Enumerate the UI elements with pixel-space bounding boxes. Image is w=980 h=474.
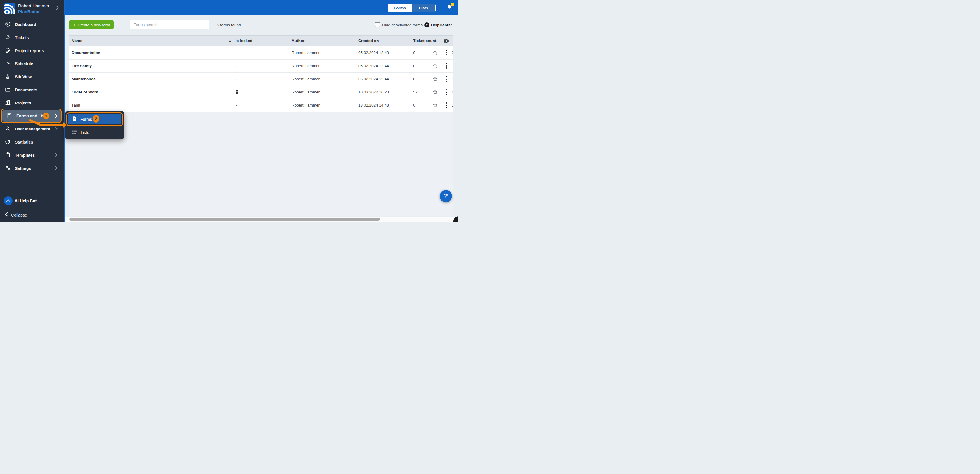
sidebar-item-project-reports[interactable]: Project reports: [0, 45, 64, 57]
chevron-right-icon[interactable]: [56, 5, 60, 12]
sidebar-item-documents[interactable]: Documents: [0, 84, 64, 96]
created-on-value: 05.02.2024 12:43: [358, 51, 389, 55]
collapse-button[interactable]: Collapse: [5, 212, 27, 218]
sidebar-item-label: Settings: [15, 166, 31, 171]
favorite-star-icon[interactable]: [432, 50, 438, 57]
column-header-ticket-count[interactable]: Ticket count: [413, 38, 440, 43]
chevron-right-icon: [54, 166, 58, 171]
chevron-left-icon: [5, 212, 8, 218]
sidebar-item-tickets[interactable]: Tickets: [0, 32, 64, 43]
form-name: Documentation: [72, 51, 100, 55]
floating-help-button[interactable]: ?: [440, 190, 452, 202]
forms-lists-toggle: Forms Lists: [388, 4, 436, 12]
annotation-step-badge-1: 1: [43, 113, 49, 119]
column-header-created-on[interactable]: Created on: [358, 38, 379, 43]
flyout-item-label: Lists: [81, 130, 89, 135]
sidebar-item-settings[interactable]: Settings: [0, 163, 64, 174]
dashboard-icon: [5, 21, 11, 28]
sidebar-item-projects[interactable]: Projects: [0, 97, 64, 109]
favorite-star-icon[interactable]: [432, 63, 438, 70]
annotation-arrow-shaft: [40, 124, 63, 126]
ticket-count-value: 0: [413, 103, 415, 108]
flyout-item-lists[interactable]: Lists: [65, 125, 124, 139]
sort-ascending-icon[interactable]: [229, 40, 231, 42]
sidebar-item-label: Dashboard: [15, 22, 36, 27]
row-menu-kebab-icon[interactable]: [445, 63, 447, 70]
chevron-right-icon: [54, 114, 58, 119]
sidebar-item-label: Templates: [15, 153, 35, 158]
column-header-is-locked[interactable]: is locked: [235, 38, 253, 43]
column-header-name[interactable]: Name: [72, 38, 83, 43]
collapse-label: Collapse: [11, 213, 27, 217]
favorite-star-icon[interactable]: [432, 76, 438, 83]
sidebar-item-dashboard[interactable]: Dashboard: [0, 19, 64, 30]
table-row[interactable]: Order of Work Robert Hammer 10.03.2022 1…: [69, 86, 453, 99]
ticket-count-value: 57: [413, 90, 418, 94]
sidebar-item-templates[interactable]: Templates: [0, 149, 64, 161]
author-value: Robert Hammer: [292, 51, 320, 55]
clipped-column-value: 4: [452, 90, 453, 94]
row-menu-kebab-icon[interactable]: [445, 50, 447, 57]
list-icon: [72, 130, 77, 135]
help-center-icon[interactable]: ?: [424, 22, 429, 27]
sidebar-item-label: SiteView: [15, 75, 32, 79]
sidebar-item-label: Tickets: [15, 35, 29, 40]
row-menu-kebab-icon[interactable]: [445, 76, 447, 83]
table-row[interactable]: Documentation - Robert Hammer 05.02.2024…: [69, 46, 453, 60]
favorite-star-icon[interactable]: [432, 103, 438, 109]
row-menu-kebab-icon[interactable]: [445, 103, 447, 109]
user-name: Robert Hammer: [18, 3, 49, 8]
created-on-value: 05.02.2024 12:44: [358, 77, 389, 81]
row-menu-kebab-icon[interactable]: [445, 89, 447, 96]
buildings-icon: [5, 100, 11, 107]
flag-icon: [6, 113, 12, 119]
column-settings-gear-icon[interactable]: [444, 38, 449, 45]
toolbar-divider: [126, 18, 126, 31]
sidebar-item-statistics[interactable]: Statistics: [0, 136, 64, 148]
hide-deactivated-checkbox[interactable]: [375, 22, 380, 27]
form-name: Fire Safety: [72, 63, 92, 68]
toggle-forms-button[interactable]: Forms: [388, 4, 412, 12]
table-row[interactable]: Maintenance - Robert Hammer 05.02.2024 1…: [69, 73, 453, 86]
toggle-lists-button[interactable]: Lists: [412, 4, 435, 12]
flyout-item-label: Forms: [80, 117, 92, 122]
user-icon: [5, 125, 11, 133]
lock-icon: [235, 90, 239, 96]
hide-deactivated-label[interactable]: Hide deactivated forms: [382, 23, 423, 27]
plus-icon: +: [73, 22, 76, 27]
created-on-value: 10.03.2022 16:23: [358, 90, 389, 94]
notification-unread-dot: [451, 3, 454, 6]
help-center-label[interactable]: HelpCenter: [431, 23, 452, 27]
ai-help-bot-label[interactable]: AI Help Bot: [14, 198, 37, 203]
user-org: PlanRadar: [18, 9, 40, 14]
ai-help-bot-icon[interactable]: [4, 197, 13, 205]
table-row[interactable]: Task - Robert Hammer 13.02.2024 14:48 0 …: [69, 99, 453, 112]
folder-icon: [5, 86, 11, 94]
table-row[interactable]: Fire Safety - Robert Hammer 05.02.2024 1…: [69, 60, 453, 73]
schedule-icon: [5, 60, 11, 67]
form-name: Order of Work: [72, 90, 98, 94]
column-header-author[interactable]: Author: [292, 38, 304, 43]
sidebar-item-siteview[interactable]: SiteView: [0, 71, 64, 82]
create-new-form-button[interactable]: + Create a new form: [69, 20, 114, 30]
created-on-value: 05.02.2024 12:44: [358, 63, 389, 68]
forms-search-input[interactable]: [130, 20, 209, 30]
sidebar-item-label: Project reports: [15, 48, 44, 53]
form-name: Task: [72, 103, 80, 108]
ticket-count-value: 0: [413, 77, 415, 81]
horizontal-scrollbar-thumb[interactable]: [69, 218, 380, 220]
author-value: Robert Hammer: [292, 77, 320, 81]
column-divider: [411, 37, 411, 45]
column-divider: [288, 37, 288, 45]
author-value: Robert Hammer: [292, 103, 320, 108]
is-locked-value: -: [235, 63, 237, 68]
clipped-column-value: 3: [452, 51, 453, 55]
gears-icon: [5, 165, 11, 172]
results-count: 5 forms found: [217, 23, 241, 27]
sidebar-item-label: Documents: [15, 87, 37, 92]
is-locked-value: -: [235, 77, 237, 81]
clipboard-icon: [5, 152, 11, 159]
sidebar-item-schedule[interactable]: Schedule: [0, 58, 64, 70]
favorite-star-icon[interactable]: [432, 89, 438, 96]
sidebar-item-label: Schedule: [15, 61, 33, 66]
